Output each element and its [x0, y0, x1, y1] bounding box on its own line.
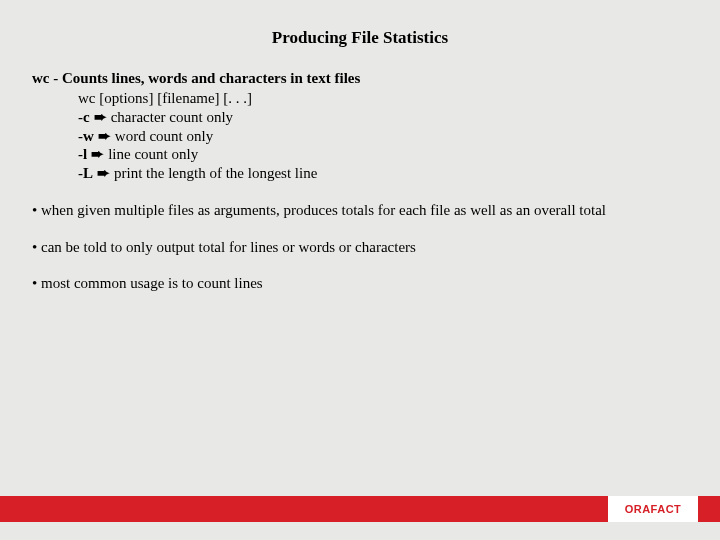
- command-usage: wc [options] [filename] [. . .]: [78, 89, 688, 108]
- option-row: -l ➨ line count only: [78, 145, 688, 164]
- bullet-item: • most common usage is to count lines: [32, 274, 688, 293]
- option-row: -w ➨ word count only: [78, 127, 688, 146]
- arrow-icon: ➨: [94, 108, 107, 127]
- command-name: wc: [32, 70, 50, 86]
- option-flag: -l: [78, 145, 87, 164]
- footer-accent-mid: [22, 496, 608, 522]
- bullet-list: • when given multiple files as arguments…: [32, 201, 688, 293]
- command-desc: Counts lines, words and characters in te…: [62, 70, 360, 86]
- option-flag: -L: [78, 164, 93, 183]
- slide-title: Producing File Statistics: [32, 28, 688, 48]
- bullet-item: • when given multiple files as arguments…: [32, 201, 688, 220]
- option-desc: word count only: [115, 127, 213, 146]
- arrow-icon: ➨: [97, 164, 110, 183]
- footer-accent-left: [0, 496, 22, 522]
- slide-body: Producing File Statistics wc - Counts li…: [0, 0, 720, 293]
- option-desc: print the length of the longest line: [114, 164, 317, 183]
- arrow-icon: ➨: [91, 145, 104, 164]
- option-desc: character count only: [111, 108, 233, 127]
- footer-brand: ORAFACT: [608, 496, 698, 522]
- arrow-icon: ➨: [98, 127, 111, 146]
- option-flag: -w: [78, 127, 94, 146]
- option-desc: line count only: [108, 145, 198, 164]
- option-flag: -c: [78, 108, 90, 127]
- option-row: -L ➨ print the length of the longest lin…: [78, 164, 688, 183]
- bullet-item: • can be told to only output total for l…: [32, 238, 688, 257]
- footer-bar: ORAFACT: [0, 496, 720, 522]
- option-row: -c ➨ character count only: [78, 108, 688, 127]
- command-heading: wc - Counts lines, words and characters …: [32, 70, 688, 87]
- command-dash: -: [50, 70, 63, 86]
- footer-accent-right: [698, 496, 720, 522]
